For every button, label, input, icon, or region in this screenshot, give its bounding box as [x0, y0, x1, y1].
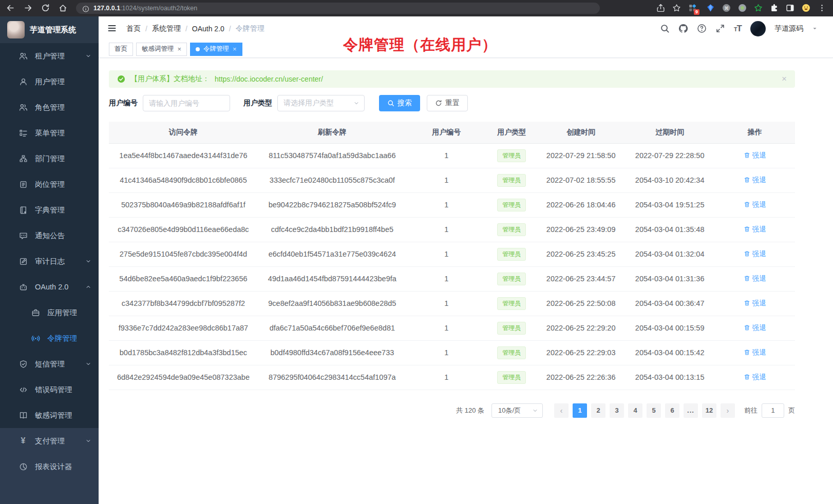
alert-doc-link[interactable]: https://doc.iocoder.cn/user-center/ [215, 75, 323, 83]
tab-首页[interactable]: 首页 [109, 43, 133, 56]
sidebar-item-post[interactable]: 岗位管理 [0, 171, 99, 197]
sidebar-item-sms[interactable]: 短信管理 [0, 351, 99, 377]
browser-back-icon[interactable] [6, 4, 15, 13]
sidebar-item-dict[interactable]: 字典管理 [0, 197, 99, 223]
extension-star-icon[interactable] [754, 4, 763, 13]
browser-home-icon[interactable] [59, 4, 68, 13]
goto-label: 前往 [744, 406, 758, 415]
force-logout-button[interactable]: 强退 [744, 200, 766, 209]
force-logout-button[interactable]: 强退 [744, 225, 766, 234]
refresh-icon [435, 100, 442, 107]
prev-page-button[interactable]: ‹ [554, 403, 569, 418]
sidebar-menu-bottom: ¥支付管理报表设计器 [0, 428, 99, 504]
force-logout-button[interactable]: 强退 [744, 299, 766, 308]
action-cell: 强退 [715, 242, 795, 266]
sidebar-item-oauth2[interactable]: OAuth 2.0 [0, 274, 99, 300]
action-cell: 强退 [715, 291, 795, 316]
sidebar-item-notice[interactable]: 通知公告 [0, 223, 99, 248]
created-time-cell: 2022-06-25 22:26:36 [537, 365, 625, 390]
help-icon[interactable] [697, 24, 707, 33]
user-id-input[interactable] [143, 95, 230, 111]
sidebar-item-report[interactable]: 报表设计器 [0, 454, 99, 479]
browser-forward-icon[interactable] [24, 4, 33, 13]
force-logout-button[interactable]: 强退 [744, 176, 766, 185]
browser-menu-icon[interactable] [818, 4, 827, 13]
table-row: f9336e7c7dd242a283ee98dc86b17a87dfa6c71a… [109, 316, 795, 340]
user-avatar[interactable] [750, 21, 766, 36]
breadcrumb-item[interactable]: 系统管理 [152, 24, 181, 33]
share-icon[interactable] [656, 4, 666, 13]
force-logout-button[interactable]: 强退 [744, 373, 766, 382]
search-icon[interactable] [660, 24, 670, 33]
sidebar-item-user[interactable]: 用户管理 [0, 69, 99, 94]
user-type-cell: 管理员 [486, 316, 537, 340]
page-size-select[interactable]: 10条/页 [491, 403, 543, 418]
pagination-total: 共 120 条 [456, 406, 484, 415]
sidebar-item-role[interactable]: 角色管理 [0, 94, 99, 120]
fullscreen-icon[interactable] [715, 24, 725, 33]
access-token-cell: c342377bf8b344799dcbf7bf095287f2 [109, 291, 258, 316]
tab-令牌管理[interactable]: 令牌管理× [190, 43, 242, 56]
address-bar[interactable]: 127.0.0.1:1024/system/oauth2/token [76, 3, 600, 14]
created-time-cell: 2022-06-25 22:29:20 [537, 316, 625, 340]
bookmark-star-icon[interactable] [672, 4, 681, 13]
sidebar-item-oauth2-token[interactable]: 令牌管理 [0, 325, 99, 351]
next-page-button[interactable]: › [721, 403, 735, 418]
page-button-6[interactable]: 6 [665, 403, 679, 418]
font-size-icon[interactable]: TT [734, 24, 742, 34]
user-id-cell: 1 [407, 217, 486, 242]
user-type-cell: 管理员 [486, 143, 537, 168]
search-button[interactable]: 搜索 [379, 95, 420, 111]
sidebar-item-label: 错误码管理 [35, 385, 72, 395]
extension-record-icon[interactable] [738, 4, 747, 13]
browser-reload-icon[interactable] [41, 4, 50, 13]
user-caret-down-icon[interactable] [812, 26, 818, 31]
alert-close-icon[interactable]: × [782, 74, 787, 84]
refresh-token-cell: cdfc4ce9c2da4bb1bdf21b9918ff4be5 [258, 217, 407, 242]
page-button-5[interactable]: 5 [647, 403, 661, 418]
breadcrumb-item[interactable]: OAuth 2.0 [192, 25, 224, 33]
sidebar-item-dept[interactable]: 部门管理 [0, 146, 99, 171]
force-logout-button[interactable]: 强退 [744, 348, 766, 357]
github-icon[interactable] [678, 24, 688, 33]
search-button-icon [387, 100, 394, 107]
force-logout-button[interactable]: 强退 [744, 323, 766, 333]
extension-gem-icon[interactable] [706, 4, 715, 13]
profile-avatar-icon[interactable] [802, 4, 811, 13]
page-button-2[interactable]: 2 [591, 403, 605, 418]
sidebar-item-errcode[interactable]: 错误码管理 [0, 377, 99, 402]
sidebar-collapse-icon[interactable] [107, 23, 118, 34]
page-button-4[interactable]: 4 [628, 403, 642, 418]
page-ellipsis-button[interactable]: ... [684, 403, 698, 418]
app-logo[interactable]: 芋道管理系统 [0, 16, 99, 43]
sidebar-item-audit[interactable]: 审计日志 [0, 248, 99, 274]
goto-page-input[interactable] [762, 403, 784, 418]
user-type-select[interactable]: 请选择用户类型 [277, 95, 365, 111]
site-info-icon[interactable] [82, 5, 89, 12]
force-logout-button[interactable]: 强退 [744, 274, 766, 283]
extension-grid-icon[interactable]: 9 [688, 4, 697, 13]
token-table: 访问令牌刷新令牌用户编号用户类型创建时间过期时间操作 1ea5e44f8bc14… [109, 122, 795, 390]
access-token-cell: b0d1785bc3a8482f812db4a3f3bd15ec [109, 340, 258, 365]
sidebar-item-tenant[interactable]: 租户管理 [0, 43, 99, 69]
sidebar-item-oauth2-app[interactable]: 应用管理 [0, 300, 99, 325]
page-button-12[interactable]: 12 [702, 403, 716, 418]
page-button-3[interactable]: 3 [610, 403, 624, 418]
tab-close-icon[interactable]: × [233, 46, 237, 52]
extensions-puzzle-icon[interactable] [770, 4, 779, 13]
force-logout-button[interactable]: 强退 [744, 249, 766, 259]
user-id-cell: 1 [407, 143, 486, 168]
reset-button[interactable]: 重置 [427, 95, 468, 111]
sidebar-item-menu[interactable]: 菜单管理 [0, 120, 99, 146]
extension-command-icon[interactable]: ⌘ [722, 4, 731, 13]
created-time-cell: 2022-06-25 23:44:57 [537, 266, 625, 291]
side-panel-icon[interactable] [786, 4, 795, 13]
tab-敏感词管理[interactable]: 敏感词管理× [136, 43, 187, 56]
sidebar-item-pay[interactable]: ¥支付管理 [0, 428, 99, 454]
sidebar-item-sensitive[interactable]: 敏感词管理 [0, 402, 99, 428]
breadcrumb-item[interactable]: 首页 [126, 24, 141, 33]
page-button-1[interactable]: 1 [573, 403, 587, 418]
tab-close-icon[interactable]: × [178, 46, 182, 52]
username[interactable]: 芋道源码 [774, 24, 803, 33]
force-logout-button[interactable]: 强退 [744, 151, 766, 160]
